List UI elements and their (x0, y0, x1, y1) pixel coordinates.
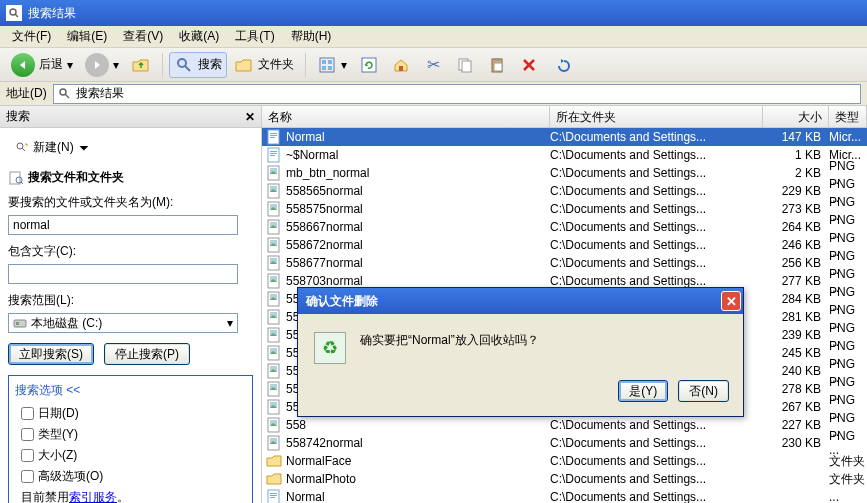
svg-point-80 (271, 439, 273, 441)
col-size[interactable]: 大小 (763, 106, 829, 127)
list-header: 名称 所在文件夹 大小 类型 (262, 106, 867, 128)
file-icon (266, 381, 282, 397)
svg-point-47 (271, 241, 273, 243)
svg-rect-26 (270, 133, 277, 134)
toolbar: 后退 ▾ ▾ 搜索 文件夹 ▾ ✂ (0, 48, 867, 82)
file-icon (266, 219, 282, 235)
opt-advanced[interactable]: 高级选项(O) (21, 466, 246, 487)
dialog-no-button[interactable]: 否(N) (678, 380, 729, 402)
scope-label: 搜索范围(L): (8, 292, 253, 309)
table-row[interactable]: 558742normalC:\Documents and Settings...… (262, 434, 867, 452)
refresh-icon (359, 55, 379, 75)
col-type[interactable]: 类型 (829, 106, 867, 127)
search-contain-input[interactable] (8, 264, 238, 284)
svg-point-35 (271, 169, 273, 171)
file-icon (266, 363, 282, 379)
svg-rect-5 (322, 60, 326, 64)
search-button[interactable]: 搜索 (169, 52, 227, 78)
stop-search-button[interactable]: 停止搜索(P) (104, 343, 190, 365)
menu-view[interactable]: 查看(V) (115, 26, 171, 47)
col-name[interactable]: 名称 (262, 106, 550, 127)
window-title: 搜索结果 (28, 5, 76, 22)
index-service-link[interactable]: 索引服务 (69, 490, 117, 503)
table-row[interactable]: 558677normalC:\Documents and Settings...… (262, 254, 867, 272)
search-group-icon (8, 170, 24, 186)
dialog-close-button[interactable]: ✕ (721, 291, 741, 311)
table-row[interactable]: ~$NormalC:\Documents and Settings...1 KB… (262, 146, 867, 164)
file-icon (266, 291, 282, 307)
table-row[interactable]: 558565normalC:\Documents and Settings...… (262, 182, 867, 200)
svg-point-74 (271, 403, 273, 405)
file-icon (266, 129, 282, 145)
table-row[interactable]: NormalPhotoC:\Documents and Settings...文… (262, 470, 867, 488)
paste-icon (487, 55, 507, 75)
folders-button[interactable]: 文件夹 (229, 52, 299, 78)
confirm-delete-dialog: 确认文件删除 ✕ ♻ 确实要把“Normal”放入回收站吗？ 是(Y) 否(N) (297, 287, 744, 417)
search-results-icon (6, 5, 22, 21)
svg-line-17 (65, 94, 69, 98)
file-icon (266, 165, 282, 181)
dropdown-icon: ⏷ (78, 141, 90, 155)
file-icon (266, 309, 282, 325)
paste-button[interactable] (482, 52, 512, 78)
opt-date[interactable]: 日期(D) (21, 403, 246, 424)
search-results-icon (58, 87, 72, 101)
chevron-down-icon: ▾ (227, 316, 233, 330)
folders-icon (234, 55, 254, 75)
table-row[interactable]: 558667normalC:\Documents and Settings...… (262, 218, 867, 236)
address-input[interactable]: 搜索结果 (53, 84, 861, 104)
refresh-button[interactable] (354, 52, 384, 78)
options-toggle[interactable]: 搜索选项 << (15, 382, 246, 399)
table-row[interactable]: NormalFaceC:\Documents and Settings...文件… (262, 452, 867, 470)
new-search-button[interactable]: 新建(N) ⏷ (8, 136, 97, 159)
file-icon (266, 399, 282, 415)
svg-point-56 (271, 295, 273, 297)
copy-icon (455, 55, 475, 75)
svg-rect-23 (14, 320, 26, 327)
svg-rect-32 (270, 155, 275, 156)
menubar: 文件(F) 编辑(E) 查看(V) 收藏(A) 工具(T) 帮助(H) (0, 26, 867, 48)
chevron-down-icon: ▾ (113, 58, 119, 72)
search-scope-select[interactable]: 本地磁盘 (C:) ▾ (8, 313, 238, 333)
address-label: 地址(D) (6, 85, 47, 102)
svg-rect-6 (328, 60, 332, 64)
search-now-button[interactable]: 立即搜索(S) (8, 343, 94, 365)
search-icon (174, 55, 194, 75)
delete-button[interactable] (514, 52, 544, 78)
svg-rect-8 (328, 66, 332, 70)
up-button[interactable] (126, 52, 156, 78)
table-row[interactable]: 558672normalC:\Documents and Settings...… (262, 236, 867, 254)
menu-favorites[interactable]: 收藏(A) (171, 26, 227, 47)
svg-rect-28 (270, 137, 275, 138)
menu-tools[interactable]: 工具(T) (227, 26, 282, 47)
table-row[interactable]: 558575normalC:\Documents and Settings...… (262, 200, 867, 218)
opt-size[interactable]: 大小(Z) (21, 445, 246, 466)
cut-button[interactable]: ✂ (418, 52, 448, 78)
table-row[interactable]: mb_btn_normalC:\Documents and Settings..… (262, 164, 867, 182)
opt-type[interactable]: 类型(Y) (21, 424, 246, 445)
svg-point-38 (271, 187, 273, 189)
back-button[interactable]: 后退 ▾ (6, 50, 78, 80)
table-row[interactable]: 558C:\Documents and Settings...227 KBPNG… (262, 416, 867, 434)
file-icon (266, 201, 282, 217)
copy-button[interactable] (450, 52, 480, 78)
svg-point-50 (271, 259, 273, 261)
home-button[interactable] (386, 52, 416, 78)
search-name-input[interactable] (8, 215, 238, 235)
file-icon (266, 237, 282, 253)
menu-file[interactable]: 文件(F) (4, 26, 59, 47)
svg-point-62 (271, 331, 273, 333)
views-button[interactable]: ▾ (312, 52, 352, 78)
close-sidebar-button[interactable]: ✕ (245, 110, 255, 124)
menu-help[interactable]: 帮助(H) (283, 26, 340, 47)
col-folder[interactable]: 所在文件夹 (550, 106, 763, 127)
dialog-titlebar[interactable]: 确认文件删除 ✕ (298, 288, 743, 314)
table-row[interactable]: NormalC:\Documents and Settings...... (262, 488, 867, 503)
undo-button[interactable] (546, 52, 576, 78)
svg-rect-30 (270, 151, 277, 152)
dialog-yes-button[interactable]: 是(Y) (618, 380, 668, 402)
forward-button[interactable]: ▾ (80, 50, 124, 80)
table-row[interactable]: NormalC:\Documents and Settings...147 KB… (262, 128, 867, 146)
menu-edit[interactable]: 编辑(E) (59, 26, 115, 47)
back-icon (11, 53, 35, 77)
